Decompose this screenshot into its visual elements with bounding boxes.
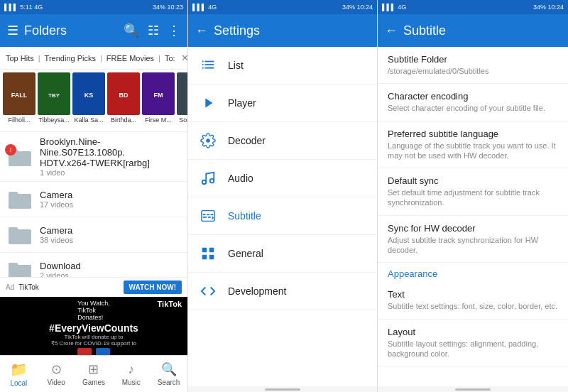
thumb-label-3: Birthda... (107, 116, 140, 124)
subtitle-hw-sync-desc: Adjust subtitle track synchronization fo… (388, 235, 558, 256)
folder-name-1: Camera (40, 190, 180, 200)
nav-item-local[interactable]: 📁 Local (0, 356, 38, 392)
svg-rect-31 (209, 255, 214, 259)
settings-item-decoder[interactable]: Decoder (188, 122, 377, 160)
subtitle-encoding-title: Character encoding (388, 91, 558, 102)
ad-source: TikTok (18, 283, 39, 291)
folder-name-0: Brooklyn.Nine-Nine.S07E13.1080p.HDTV.x26… (40, 136, 180, 168)
settings-item-development[interactable]: Development (188, 273, 377, 310)
bottom-nav: 📁 Local ⊙ Video ⊞ Games ♪ Music 🔍 Search (0, 355, 187, 392)
back-icon-settings[interactable]: ← (195, 23, 208, 38)
folder-count-3: 2 videos (40, 271, 180, 277)
chip-trending[interactable]: Trending Picks (45, 54, 96, 62)
svg-rect-26 (203, 217, 207, 218)
settings-label-general: General (228, 248, 263, 259)
chip-top-hits[interactable]: Top Hits (6, 54, 34, 62)
menu-icon[interactable]: ☰ (7, 23, 18, 38)
folder-item-0[interactable]: ! Brooklyn.Nine-Nine.S07E13.1080p.HDTV.x… (0, 132, 187, 182)
scroll-pill-2 (265, 388, 300, 391)
nav-item-games[interactable]: ⊞ Games (75, 356, 113, 392)
ad-logo-1 (77, 348, 92, 355)
ad-label: Ad (6, 283, 14, 291)
appearance-section-header: Appearance (378, 263, 568, 282)
subtitle-folder-title: Subtitle Folder (388, 54, 558, 65)
folders-title: Folders (24, 23, 118, 38)
thumb-item-5[interactable]: SB Some B... (177, 72, 187, 129)
folder-icon-1 (7, 189, 33, 210)
back-icon-subtitle[interactable]: ← (385, 23, 398, 38)
folder-icon-0: ! (7, 146, 33, 168)
subtitle-item-encoding[interactable]: Character encoding Select character enco… (378, 84, 568, 121)
subtitle-item-hw-sync[interactable]: Sync for HW decoder Adjust subtitle trac… (378, 216, 568, 263)
nav-item-music[interactable]: ♪ Music (112, 356, 150, 392)
folder-info-3: Download 2 videos (40, 261, 180, 277)
folder-item-2[interactable]: Camera 38 videos (0, 217, 187, 253)
folder-count-1: 17 videos (40, 200, 180, 209)
thumb-item-2[interactable]: KS Kalla Sa... (72, 72, 105, 129)
panel2-scroll-bar (188, 386, 377, 392)
subtitle-item-text[interactable]: Text Subtitle text settings: font, size,… (378, 282, 568, 319)
subtitle-item-sync[interactable]: Default sync Set default time adjustment… (378, 168, 568, 216)
settings-item-general[interactable]: General (188, 235, 377, 273)
settings-item-list[interactable]: List (188, 47, 377, 85)
search-icon[interactable]: 🔍 (124, 23, 139, 38)
subtitle-language-desc: Language of the subtitle track you want … (388, 141, 558, 161)
network-type-2: 4G (208, 4, 217, 11)
grid-icon[interactable]: ☷ (148, 23, 159, 38)
more-icon[interactable]: ⋮ (168, 23, 180, 38)
nav-label-games: Games (82, 379, 105, 386)
signal-icon: ▌▌▌ (4, 4, 18, 11)
subtitle-settings-list: Subtitle Folder /storage/emulated/0/Subt… (378, 47, 568, 386)
search-nav-icon: 🔍 (161, 361, 177, 377)
ad-cta-button[interactable]: WATCH NOW! (124, 281, 182, 294)
chip-to[interactable]: To: (165, 54, 175, 62)
thumb-item-1[interactable]: TBY Tibbeysa... (38, 72, 70, 129)
svg-rect-28 (202, 248, 207, 252)
thumb-item-4[interactable]: FM Firse M... (142, 72, 175, 129)
list-icon (200, 57, 217, 74)
ad-hashtag: #EveryViewCounts (49, 322, 138, 334)
nav-label-local: Local (10, 379, 27, 387)
svg-text:BD: BD (119, 92, 129, 99)
svg-rect-17 (204, 67, 214, 69)
thumb-item-3[interactable]: BD Birthda... (107, 72, 140, 129)
folder-count-2: 38 videos (40, 236, 180, 244)
chips-close-icon[interactable]: ✕ (181, 53, 187, 63)
folders-toolbar: ☰ Folders 🔍 ☷ ⋮ (0, 14, 187, 47)
settings-item-audio[interactable]: Audio (188, 160, 377, 197)
subtitle-folder-desc: /storage/emulated/0/Subtitles (388, 66, 558, 76)
settings-item-subtitle[interactable]: Subtitle (188, 197, 377, 235)
subtitle-item-language[interactable]: Preferred subtitle language Language of … (378, 121, 568, 169)
thumb-item-0[interactable]: FALL Filholi... (3, 72, 36, 129)
svg-rect-10 (177, 72, 187, 115)
settings-title: Settings (214, 23, 370, 38)
status-left-1: ▌▌▌ 5:11 4G (4, 4, 43, 11)
subtitle-item-folder[interactable]: Subtitle Folder /storage/emulated/0/Subt… (378, 47, 568, 84)
general-icon (200, 245, 217, 262)
svg-rect-12 (202, 61, 204, 62)
folder-icon-2 (7, 224, 33, 246)
settings-item-player[interactable]: Player (188, 85, 377, 122)
svg-rect-29 (209, 248, 214, 252)
nav-item-video[interactable]: ⊙ Video (38, 356, 75, 392)
chip-free-movies[interactable]: FREE Movies (106, 54, 154, 62)
folder-item-1[interactable]: Camera 17 videos (0, 182, 187, 217)
games-icon: ⊞ (88, 361, 99, 377)
svg-text:FM: FM (154, 92, 163, 99)
status-bar-3: ▌▌▌ 4G 34% 10:24 (378, 0, 568, 14)
scroll-pill-3 (455, 388, 491, 391)
nav-item-search[interactable]: 🔍 Search (150, 356, 187, 392)
subtitle-item-layout[interactable]: Layout Subtitle layout settings: alignme… (378, 320, 568, 367)
svg-point-19 (206, 138, 210, 143)
folder-item-3[interactable]: Download 2 videos (0, 253, 187, 277)
svg-rect-23 (203, 214, 206, 215)
folder-name-3: Download (40, 261, 180, 271)
video-icon: ⊙ (51, 361, 62, 377)
folder-info-0: Brooklyn.Nine-Nine.S07E13.1080p.HDTV.x26… (40, 136, 180, 177)
local-icon: 📁 (10, 361, 28, 378)
thumb-img-0: FALL (3, 72, 36, 115)
thumb-img-3: BD (107, 72, 140, 115)
svg-rect-27 (208, 217, 211, 218)
svg-rect-15 (204, 64, 214, 65)
svg-rect-25 (211, 214, 214, 215)
